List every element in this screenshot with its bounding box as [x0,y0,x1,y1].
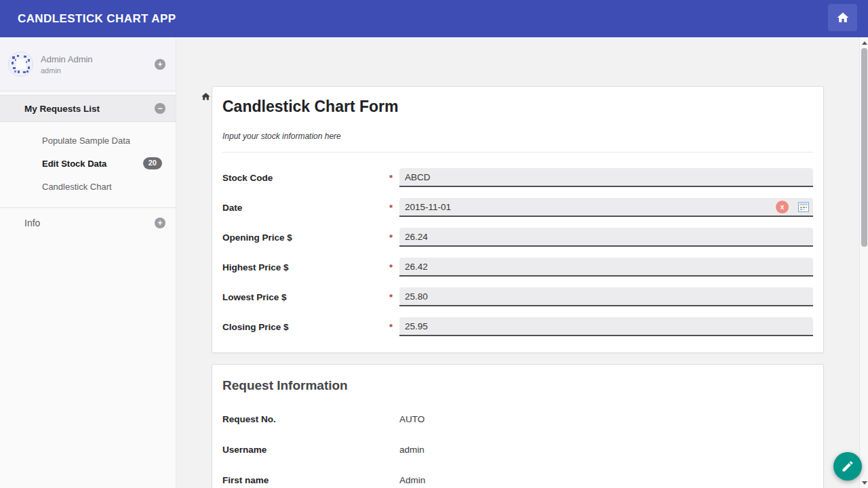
info-label: Request No. [222,414,399,424]
sidebar-section-info[interactable]: Info + [0,208,176,238]
form-row-closing-price: Closing Price $ * [222,312,813,342]
edit-fab-button[interactable] [833,452,862,481]
required-asterisk: * [389,232,399,243]
avatar [8,52,33,77]
field-label: Date [222,203,389,213]
sidebar: Admin Admin admin + My Requests List − P… [0,37,176,488]
required-asterisk: * [389,292,399,302]
required-asterisk: * [389,322,399,332]
info-row-username: Username admin [222,434,813,465]
scroll-up-arrow-icon[interactable] [862,41,867,45]
sidebar-item-label: Candlestick Chart [42,182,112,192]
candlestick-form-card: Candlestick Chart Form Input your stock … [212,86,824,353]
required-asterisk: * [389,203,399,213]
app-title: CANDLESTICK CHART APP [18,12,176,26]
request-information-card: Request Information Request No. AUTO Use… [212,364,824,488]
sidebar-item-edit-stock-data[interactable]: Edit Stock Data 20 [0,152,176,175]
scrollbar-thumb[interactable] [861,48,867,247]
sidebar-items: Populate Sample Data Edit Stock Data 20 … [0,122,176,202]
lowest-price-input[interactable] [399,287,813,306]
field-label: Opening Price $ [222,232,389,243]
form-divider [222,152,813,152]
sidebar-item-label: Populate Sample Data [42,136,130,146]
form-row-lowest-price: Lowest Price $ * [222,282,813,312]
form-row-opening-price: Opening Price $ * [222,222,813,252]
required-asterisk: * [389,262,399,272]
pencil-icon [841,460,854,473]
user-panel: Admin Admin admin + [0,37,176,92]
info-value: Admin [399,475,425,485]
opening-price-input[interactable] [399,228,813,247]
sidebar-section-my-requests-list[interactable]: My Requests List − [0,95,176,122]
vertical-scrollbar [859,37,868,488]
user-text: Admin Admin admin [41,54,93,75]
user-expand-plus-icon[interactable]: + [155,59,165,70]
form-card-title: Candlestick Chart Form [222,87,813,116]
main-content: Home > My Requests List > Edit Stock Dat… [177,37,859,488]
info-row-request-no: Request No. AUTO [222,404,813,434]
sidebar-item-candlestick-chart[interactable]: Candlestick Chart [0,175,176,198]
collapse-minus-icon[interactable]: − [155,103,165,114]
expand-plus-icon[interactable]: + [155,218,165,228]
field-label: Stock Code [222,173,389,183]
info-label: First name [222,475,399,485]
home-button[interactable] [828,4,857,31]
field-label: Highest Price $ [222,262,389,272]
form-row-date: Date * x [222,192,813,222]
date-clear-icon[interactable]: x [776,201,789,214]
form-row-stock-code: Stock Code * [222,163,813,192]
user-name: Admin Admin [41,54,93,64]
sidebar-item-label: Edit Stock Data [42,159,106,169]
count-badge: 20 [143,157,162,169]
app-header: CANDLESTICK CHART APP [0,0,868,37]
form-row-highest-price: Highest Price $ * [222,252,813,282]
closing-price-input[interactable] [399,317,813,336]
info-row-first-name: First name Admin [222,465,813,488]
scroll-down-arrow-icon[interactable] [862,481,867,485]
form-card-subtitle: Input your stock information here [222,131,813,141]
user-username: admin [41,66,93,75]
field-label: Lowest Price $ [222,292,389,302]
sidebar-section-label: My Requests List [24,104,100,114]
info-label: Username [222,445,399,455]
sidebar-info-label: Info [24,218,40,228]
info-value: AUTO [399,414,425,424]
info-value: admin [399,445,425,455]
highest-price-input[interactable] [399,258,813,277]
stock-code-input[interactable] [399,168,813,187]
sidebar-item-populate-sample-data[interactable]: Populate Sample Data [0,129,176,152]
field-label: Closing Price $ [222,322,389,332]
date-input[interactable] [399,198,813,217]
info-card-title: Request Information [222,365,813,393]
home-icon [836,11,850,24]
calendar-picker-icon[interactable] [798,202,809,212]
required-asterisk: * [389,173,399,183]
